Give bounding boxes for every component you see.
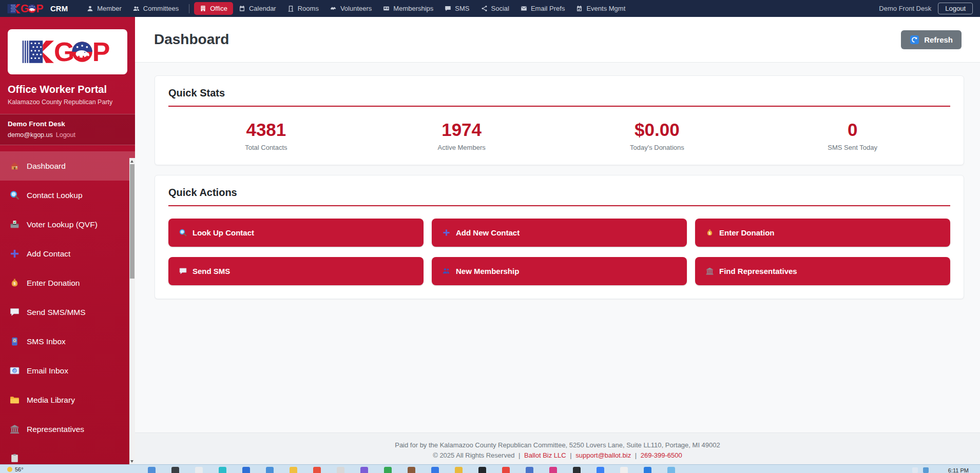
page-header: Dashboard Refresh xyxy=(135,17,980,63)
sidebar-logo-card xyxy=(8,29,127,74)
sidebar-item-sms-inbox[interactable]: SMS Inbox xyxy=(0,327,135,356)
taskbar-icon[interactable] xyxy=(290,467,297,473)
sidebar-user-block: Demo Front Desk demo@kgop.usLogout xyxy=(0,114,135,145)
scrollbar-up-arrow-icon[interactable] xyxy=(130,160,133,163)
nav-item-sms[interactable]: SMS xyxy=(439,2,475,15)
find-representatives-button[interactable]: Find Representatives xyxy=(695,257,950,285)
footer-company-link[interactable]: Ballot Biz LLC xyxy=(524,451,566,459)
action-label: Find Representatives xyxy=(719,267,797,275)
calendar-icon xyxy=(239,5,245,12)
footer-phone-link[interactable]: 269-399-6500 xyxy=(641,451,682,459)
footer-email-link[interactable]: support@ballot.biz xyxy=(575,451,631,459)
taskbar-icon[interactable] xyxy=(620,467,628,473)
taskbar-icon[interactable] xyxy=(242,467,250,473)
brand-label: CRM xyxy=(50,4,68,13)
scrollbar-down-arrow-icon[interactable] xyxy=(130,460,133,463)
nav-item-events-mgmt[interactable]: Events Mgmt xyxy=(570,2,631,15)
search-icon xyxy=(9,190,20,201)
taskbar-icon[interactable] xyxy=(455,467,463,473)
sidebar-item-representatives[interactable]: Representatives xyxy=(0,415,135,444)
nav-item-social[interactable]: Social xyxy=(475,2,515,15)
sidebar-item-enter-donation[interactable]: Enter Donation xyxy=(0,268,135,298)
footer-separator: | xyxy=(518,451,520,459)
brand[interactable]: CRM xyxy=(7,3,68,14)
taskbar-icon[interactable] xyxy=(478,467,486,473)
look-up-contact-button[interactable]: Look Up Contact xyxy=(168,219,424,247)
refresh-button[interactable]: Refresh xyxy=(901,30,962,49)
sidebar-item-email-inbox[interactable]: Email Inbox xyxy=(0,356,135,385)
nav-item-memberships[interactable]: Memberships xyxy=(377,2,439,15)
nav-item-member[interactable]: Member xyxy=(81,2,127,15)
bank-icon xyxy=(705,267,714,275)
nav-item-calendar[interactable]: Calendar xyxy=(233,2,282,15)
taskbar-icon[interactable] xyxy=(597,467,604,473)
taskbar-icon[interactable] xyxy=(573,467,581,473)
stat-value: 0 xyxy=(755,120,950,140)
taskbar-icon[interactable] xyxy=(408,467,415,473)
taskbar-icon[interactable] xyxy=(667,467,675,473)
sidebar-item-label: Add Contact xyxy=(27,249,70,259)
taskbar-icon[interactable] xyxy=(266,467,274,473)
ballot-box-icon xyxy=(9,219,20,230)
sidebar-item-voter-lookup[interactable]: Voter Lookup (QVF) xyxy=(0,210,135,239)
taskbar-icon[interactable] xyxy=(171,467,179,473)
footer-separator: | xyxy=(570,451,571,459)
tray-icon[interactable] xyxy=(923,467,929,473)
taskbar-icon[interactable] xyxy=(195,467,203,473)
add-new-contact-button[interactable]: Add New Contact xyxy=(432,219,687,247)
sidebar-scrollbar[interactable] xyxy=(129,158,135,473)
stat-label: Active Members xyxy=(364,144,560,151)
action-label: New Membership xyxy=(456,267,519,275)
nav-item-committees[interactable]: Committees xyxy=(127,2,184,15)
nav-item-label: Committees xyxy=(143,5,179,12)
taskbar-icon[interactable] xyxy=(360,467,368,473)
taskbar-temperature: 56° xyxy=(15,466,24,472)
scrollbar-thumb[interactable] xyxy=(130,164,134,279)
taskbar-icon[interactable] xyxy=(313,467,321,473)
envelope-icon xyxy=(521,5,527,12)
speech-bubble-icon xyxy=(179,267,187,275)
sidebar-item-contact-lookup[interactable]: Contact Lookup xyxy=(0,181,135,210)
nav-item-rooms[interactable]: Rooms xyxy=(282,2,324,15)
taskbar-weather[interactable]: 56° xyxy=(7,466,24,472)
search-icon xyxy=(179,228,187,237)
org-name: Kalamazoo County Republican Party xyxy=(8,98,127,106)
nav-item-label: Rooms xyxy=(298,5,319,12)
money-bag-icon xyxy=(9,278,20,288)
nav-item-label: Memberships xyxy=(393,5,433,12)
send-sms-button[interactable]: Send SMS xyxy=(168,257,424,285)
sidebar-item-media-library[interactable]: Media Library xyxy=(0,385,135,415)
taskbar-icon[interactable] xyxy=(502,467,510,473)
sidebar-item-send-sms-mms[interactable]: Send SMS/MMS xyxy=(0,298,135,327)
nav-item-office[interactable]: Office xyxy=(194,2,233,15)
plus-icon xyxy=(442,228,451,237)
taskbar-icon[interactable] xyxy=(549,467,557,473)
taskbar-icon[interactable] xyxy=(337,467,344,473)
footer-separator: | xyxy=(635,451,637,459)
taskbar-tray[interactable] xyxy=(912,467,929,473)
new-membership-button[interactable]: New Membership xyxy=(432,257,687,285)
tray-icon[interactable] xyxy=(912,467,918,473)
sidebar-item-add-contact[interactable]: Add Contact xyxy=(0,239,135,268)
enter-donation-button[interactable]: Enter Donation xyxy=(695,219,950,247)
kgop-logo-icon xyxy=(22,38,113,66)
door-icon xyxy=(287,5,294,12)
taskbar-icon[interactable] xyxy=(431,467,439,473)
taskbar-icon[interactable] xyxy=(219,467,226,473)
refresh-label: Refresh xyxy=(924,35,953,44)
nav-item-email-prefs[interactable]: Email Prefs xyxy=(515,2,570,15)
sidebar-user-name: Demo Front Desk xyxy=(8,120,127,128)
person-icon xyxy=(87,5,93,12)
nav-item-label: Member xyxy=(97,5,122,12)
nav-item-label: Office xyxy=(210,5,227,12)
taskbar-icon[interactable] xyxy=(384,467,392,473)
quick-actions-card: Quick Actions Look Up Contact Add New Co… xyxy=(155,175,964,299)
taskbar-icon[interactable] xyxy=(148,467,156,473)
logout-button[interactable]: Logout xyxy=(938,3,973,14)
taskbar-icon[interactable] xyxy=(526,467,533,473)
taskbar-icon[interactable] xyxy=(644,467,651,473)
nav-item-volunteers[interactable]: Volunteers xyxy=(324,2,377,15)
sidebar-item-dashboard[interactable]: Dashboard xyxy=(0,151,135,181)
sidebar-logout-link[interactable]: Logout xyxy=(56,131,75,139)
taskbar-clock[interactable]: 6:11 PM xyxy=(948,467,969,473)
